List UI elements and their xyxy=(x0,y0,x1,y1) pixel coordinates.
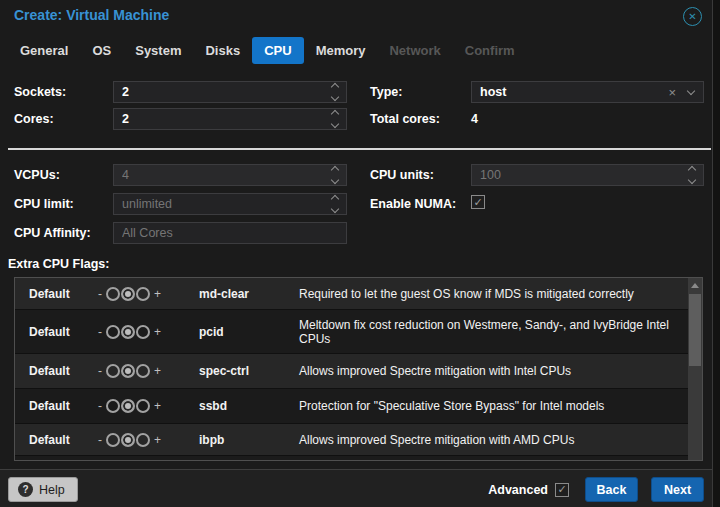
flag-description: Meltdown fix cost reduction on Westmere,… xyxy=(287,318,702,346)
cores-spinner[interactable] xyxy=(326,109,346,129)
extra-cpu-flags-label: Extra CPU Flags: xyxy=(8,257,109,271)
flag-slider[interactable]: - + xyxy=(95,433,191,447)
tab-network: Network xyxy=(377,37,452,64)
slider-minus-label: - xyxy=(95,287,105,301)
advanced-label: Advanced xyxy=(488,483,548,497)
vcpus-field xyxy=(113,164,347,186)
slider-plus-label: + xyxy=(151,364,164,378)
question-icon: ? xyxy=(18,482,33,497)
flag-description: Required to let the guest OS know if MDS… xyxy=(287,287,702,301)
cpu-units-field xyxy=(471,164,704,186)
slider-plus-label: + xyxy=(151,325,164,339)
flag-row-md-clear[interactable]: Default - + md-clear Required to let the… xyxy=(15,278,702,310)
flag-value: Default xyxy=(15,399,95,413)
cpu-limit-input[interactable] xyxy=(114,197,326,211)
scroll-up-arrow-icon[interactable] xyxy=(688,278,702,293)
slider-dot-on[interactable] xyxy=(136,287,150,301)
cpu-units-spinner xyxy=(683,165,703,185)
slider-dot-off[interactable] xyxy=(106,399,120,413)
tab-general[interactable]: General xyxy=(8,37,80,64)
tab-system[interactable]: System xyxy=(123,37,193,64)
spin-down-icon[interactable] xyxy=(331,93,339,101)
cores-input[interactable] xyxy=(114,112,326,126)
help-button-label: Help xyxy=(39,483,65,497)
footer-bar: ? Help Advanced Back Next xyxy=(0,469,712,507)
slider-minus-label: - xyxy=(95,364,105,378)
sockets-field[interactable] xyxy=(113,81,347,103)
help-button[interactable]: ? Help xyxy=(8,477,78,502)
spin-up-icon[interactable] xyxy=(331,110,339,118)
slider-dot-off[interactable] xyxy=(106,433,120,447)
chevron-down-icon[interactable] xyxy=(687,87,695,95)
flag-slider[interactable]: - + xyxy=(95,325,191,339)
flag-name: spec-ctrl xyxy=(191,364,287,378)
create-vm-dialog: Create: Virtual Machine ✕ General OS Sys… xyxy=(0,0,713,507)
flag-description: Allows improved Spectre mitigation with … xyxy=(287,433,702,447)
scrollbar-thumb[interactable] xyxy=(689,294,701,366)
sockets-spinner[interactable] xyxy=(326,82,346,102)
flag-row-spec-ctrl[interactable]: Default - + spec-ctrl Allows improved Sp… xyxy=(15,354,702,389)
slider-plus-label: + xyxy=(151,399,164,413)
type-label: Type: xyxy=(370,85,402,99)
flags-scrollbar[interactable] xyxy=(688,278,702,460)
flag-description: Allows improved Spectre mitigation with … xyxy=(287,364,702,378)
clear-icon[interactable]: × xyxy=(668,86,676,99)
spin-up-icon xyxy=(688,166,696,174)
flag-description: Protection for "Speculative Store Bypass… xyxy=(287,399,702,413)
next-button[interactable]: Next xyxy=(651,477,704,502)
sockets-input[interactable] xyxy=(114,85,326,99)
cpu-units-input xyxy=(472,168,683,182)
close-icon[interactable]: ✕ xyxy=(683,7,702,26)
slider-dot-default[interactable] xyxy=(121,364,135,378)
spin-down-icon xyxy=(331,176,339,184)
total-cores-label: Total cores: xyxy=(370,112,440,126)
flag-row-pcid[interactable]: Default - + pcid Meltdown fix cost reduc… xyxy=(15,310,702,354)
flag-slider[interactable]: - + xyxy=(95,364,191,378)
flag-row-ibpb[interactable]: Default - + ibpb Allows improved Spectre… xyxy=(15,424,702,456)
slider-dot-default[interactable] xyxy=(121,433,135,447)
slider-dot-default[interactable] xyxy=(121,399,135,413)
cpu-limit-spinner[interactable] xyxy=(326,194,346,214)
tab-confirm: Confirm xyxy=(453,37,527,64)
spin-up-icon[interactable] xyxy=(331,195,339,203)
tab-os[interactable]: OS xyxy=(80,37,123,64)
tab-memory[interactable]: Memory xyxy=(304,37,378,64)
slider-dot-on[interactable] xyxy=(136,364,150,378)
enable-numa-checkbox[interactable] xyxy=(471,195,485,209)
type-combo[interactable]: × xyxy=(471,81,704,103)
flag-slider[interactable]: - + xyxy=(95,399,191,413)
cpu-limit-field[interactable] xyxy=(113,193,347,215)
cpu-units-label: CPU units: xyxy=(370,168,434,182)
tab-cpu[interactable]: CPU xyxy=(252,37,303,64)
slider-dot-default[interactable] xyxy=(121,287,135,301)
slider-minus-label: - xyxy=(95,325,105,339)
advanced-checkbox[interactable] xyxy=(555,483,569,497)
cpu-limit-label: CPU limit: xyxy=(14,197,74,211)
partial-next-row xyxy=(15,456,702,461)
slider-dot-off[interactable] xyxy=(106,364,120,378)
slider-dot-on[interactable] xyxy=(136,433,150,447)
cpu-affinity-field[interactable] xyxy=(113,222,347,244)
cores-field[interactable] xyxy=(113,108,347,130)
flag-slider[interactable]: - + xyxy=(95,287,191,301)
flag-value: Default xyxy=(15,364,95,378)
slider-plus-label: + xyxy=(151,433,164,447)
section-divider xyxy=(8,148,711,150)
tab-bar: General OS System Disks CPU Memory Netwo… xyxy=(8,37,527,64)
cpu-affinity-input[interactable] xyxy=(114,226,346,240)
back-button[interactable]: Back xyxy=(585,477,638,502)
flag-value: Default xyxy=(15,325,95,339)
slider-dot-off[interactable] xyxy=(106,287,120,301)
spin-down-icon[interactable] xyxy=(331,205,339,213)
vcpus-input xyxy=(114,168,326,182)
spin-up-icon[interactable] xyxy=(331,83,339,91)
slider-dot-on[interactable] xyxy=(136,399,150,413)
type-input[interactable] xyxy=(472,85,668,99)
slider-dot-default[interactable] xyxy=(121,325,135,339)
tab-disks[interactable]: Disks xyxy=(193,37,252,64)
slider-dot-on[interactable] xyxy=(136,325,150,339)
spin-down-icon[interactable] xyxy=(331,120,339,128)
flag-row-ssbd[interactable]: Default - + ssbd Protection for "Specula… xyxy=(15,389,702,424)
slider-dot-off[interactable] xyxy=(106,325,120,339)
spin-down-icon xyxy=(688,176,696,184)
